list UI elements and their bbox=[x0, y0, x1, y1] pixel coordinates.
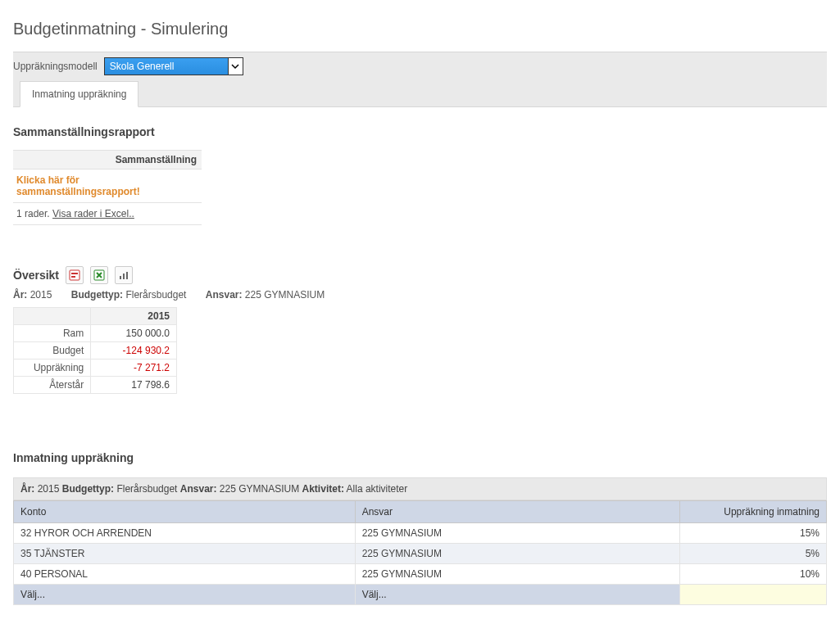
summary-title: Sammanställningsrapport bbox=[13, 125, 827, 138]
svg-rect-4 bbox=[120, 276, 121, 279]
tab-inmatning-upprakning[interactable]: Inmatning uppräkning bbox=[20, 81, 138, 107]
table-row: 40 PERSONAL 225 GYMNASIUM 10% bbox=[14, 564, 827, 585]
svg-rect-6 bbox=[126, 272, 128, 279]
table-row: 32 HYROR OCH ARRENDEN 225 GYMNASIUM 15% bbox=[14, 523, 827, 544]
overview-col-year: 2015 bbox=[91, 308, 177, 325]
overview-table: 2015 Ram150 000.0 Budget-124 930.2 Upprä… bbox=[13, 307, 177, 394]
svg-rect-1 bbox=[71, 273, 78, 274]
col-konto[interactable]: Konto bbox=[14, 501, 356, 523]
cell-ansvar: 225 GYMNASIUM bbox=[355, 523, 680, 544]
overview-row-label: Uppräkning bbox=[14, 359, 91, 377]
chevron-down-icon bbox=[228, 58, 243, 75]
svg-rect-0 bbox=[70, 270, 79, 280]
cell-upprakning[interactable]: 15% bbox=[680, 523, 827, 544]
input-grid: Konto Ansvar Uppräkning inmatning 32 HYR… bbox=[13, 500, 827, 605]
summary-header: Sammanställning bbox=[13, 151, 202, 170]
choose-konto[interactable]: Välj... bbox=[14, 585, 356, 605]
model-select[interactable]: Skola Generell bbox=[104, 57, 243, 75]
show-in-excel-link[interactable]: Visa rader i Excel.. bbox=[52, 208, 134, 219]
overview-row-value: -124 930.2 bbox=[91, 342, 177, 359]
input-section-title: Inmatning uppräkning bbox=[13, 451, 827, 464]
cell-upprakning[interactable]: 5% bbox=[680, 544, 827, 564]
summary-report-link[interactable]: Klicka här för sammanställningsrapport! bbox=[16, 174, 140, 197]
overview-row-label: Återstår bbox=[14, 377, 91, 394]
svg-rect-2 bbox=[71, 276, 75, 278]
choose-upprakning[interactable] bbox=[680, 585, 827, 605]
cell-ansvar: 225 GYMNASIUM bbox=[355, 564, 680, 585]
overview-row-value: 150 000.0 bbox=[91, 325, 177, 342]
svg-rect-5 bbox=[123, 274, 125, 279]
model-label: Uppräkningsmodell bbox=[13, 61, 98, 72]
col-upprakning[interactable]: Uppräkning inmatning bbox=[680, 501, 827, 523]
col-ansvar[interactable]: Ansvar bbox=[355, 501, 680, 523]
summary-rows-text: 1 rader. bbox=[16, 208, 50, 219]
table-row: 35 TJÄNSTER 225 GYMNASIUM 5% bbox=[14, 544, 827, 564]
overview-filter: År: 2015 Budgettyp: Flerårsbudget Ansvar… bbox=[13, 289, 827, 301]
model-bar: Uppräkningsmodell Skola Generell Inmatni… bbox=[13, 52, 827, 107]
overview-title: Översikt bbox=[13, 269, 59, 282]
choose-ansvar[interactable]: Välj... bbox=[355, 585, 680, 605]
summary-box: Sammanställning Klicka här för sammanstä… bbox=[13, 150, 202, 225]
overview-row-label: Ram bbox=[14, 325, 91, 342]
excel-icon[interactable] bbox=[90, 266, 108, 284]
table-row-choose: Välj... Välj... bbox=[14, 585, 827, 605]
overview-row-value: -7 271.2 bbox=[91, 359, 177, 377]
model-select-value: Skola Generell bbox=[110, 61, 175, 72]
chart-icon[interactable] bbox=[115, 266, 133, 284]
cell-konto: 40 PERSONAL bbox=[14, 564, 356, 585]
cell-konto: 32 HYROR OCH ARRENDEN bbox=[14, 523, 356, 544]
grid-filter: År: 2015 Budgettyp: Flerårsbudget Ansvar… bbox=[13, 477, 827, 500]
pdf-icon[interactable] bbox=[66, 266, 84, 284]
cell-upprakning[interactable]: 10% bbox=[680, 564, 827, 585]
page-title: Budgetinmatning - Simulering bbox=[13, 20, 827, 38]
overview-row-label: Budget bbox=[14, 342, 91, 359]
cell-ansvar: 225 GYMNASIUM bbox=[355, 544, 680, 564]
cell-konto: 35 TJÄNSTER bbox=[14, 544, 356, 564]
overview-row-value: 17 798.6 bbox=[91, 377, 177, 394]
